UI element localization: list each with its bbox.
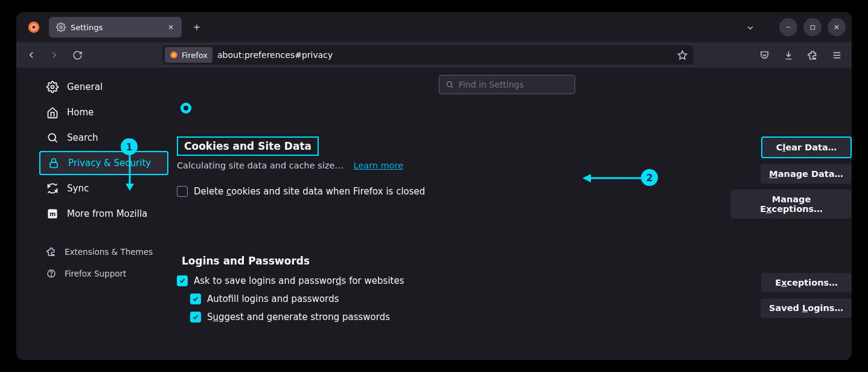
annotation-badge-1: 1 — [121, 138, 138, 155]
svg-point-7 — [51, 86, 54, 89]
svg-point-6 — [172, 53, 176, 57]
logins-exceptions-button[interactable]: Exceptions… — [761, 273, 852, 292]
clipped-label — [197, 103, 397, 114]
sidebar-item-label: Search — [67, 132, 98, 143]
firefox-logo-icon — [22, 21, 45, 34]
bookmark-star-icon[interactable] — [677, 50, 688, 60]
svg-marker-18 — [582, 174, 591, 182]
checkbox-label: Delete cookies and site data when Firefo… — [194, 186, 425, 197]
svg-point-14 — [447, 82, 452, 86]
checkbox-label: Autofill logins and passwords — [207, 293, 339, 304]
svg-point-2 — [32, 25, 36, 29]
ask-save-logins-checkbox[interactable]: Ask to save logins and passwords for web… — [177, 275, 731, 286]
sidebar-item-label: Home — [67, 107, 94, 118]
tab-settings[interactable]: Settings — [49, 17, 182, 37]
minimize-button[interactable] — [779, 18, 797, 36]
sidebar-item-home[interactable]: Home — [39, 100, 168, 124]
cookies-section: Cookies and Site Data Calculating site d… — [177, 136, 852, 219]
settings-content: General Home Search Privacy & Security S… — [16, 68, 852, 360]
search-input[interactable] — [459, 80, 569, 89]
sidebar-item-label: More from Mozilla — [67, 208, 147, 219]
svg-marker-16 — [126, 184, 134, 191]
svg-point-13 — [51, 275, 51, 276]
svg-rect-9 — [50, 162, 57, 167]
gear-icon — [56, 22, 66, 32]
forward-button[interactable] — [44, 45, 65, 65]
sidebar-item-label: Privacy & Security — [68, 158, 151, 168]
manage-exceptions-button[interactable]: Manage Exceptions… — [731, 190, 852, 219]
suggest-passwords-checkbox[interactable]: Suggest and generate strong passwords — [177, 312, 731, 322]
learn-more-link[interactable]: Learn more — [354, 161, 404, 170]
clear-data-button[interactable]: Clear Data… — [761, 136, 852, 158]
svg-text:m: m — [49, 211, 56, 217]
checkbox-icon[interactable] — [177, 186, 188, 197]
maximize-button[interactable] — [803, 18, 822, 36]
radio-selected-icon[interactable] — [180, 103, 191, 114]
svg-point-3 — [60, 26, 62, 28]
autofill-logins-checkbox[interactable]: Autofill logins and passwords — [177, 293, 731, 304]
sidebar-item-sync[interactable]: Sync — [39, 176, 168, 200]
downloads-icon[interactable] — [778, 45, 799, 65]
annotation-arrow-2 — [582, 173, 643, 184]
checkbox-label: Suggest and generate strong passwords — [207, 312, 390, 322]
tab-strip: Settings — [16, 12, 852, 42]
back-button[interactable] — [21, 45, 42, 65]
reload-button[interactable] — [67, 45, 88, 65]
nav-toolbar: Firefox about:preferences#privacy — [16, 42, 852, 68]
window-controls — [779, 18, 846, 36]
sidebar-item-general[interactable]: General — [39, 75, 168, 99]
url-text: about:preferences#privacy — [217, 50, 333, 60]
new-tab-button[interactable] — [188, 18, 206, 36]
url-identity-box[interactable]: Firefox — [165, 47, 212, 63]
checkbox-icon[interactable] — [177, 275, 188, 286]
checkbox-icon[interactable] — [190, 312, 201, 322]
saved-logins-button[interactable]: Saved Logins… — [761, 298, 852, 318]
extensions-icon[interactable] — [802, 45, 823, 65]
checkbox-icon[interactable] — [190, 293, 201, 304]
url-identity-label: Firefox — [182, 51, 208, 60]
sidebar-item-more-mozilla[interactable]: m More from Mozilla — [39, 202, 168, 226]
annotation-arrow-1 — [124, 155, 136, 192]
annotation-badge-2: 2 — [641, 169, 658, 186]
find-in-settings[interactable] — [439, 75, 575, 94]
settings-main: Cookies and Site Data Calculating site d… — [173, 68, 852, 360]
pocket-icon[interactable] — [754, 45, 774, 65]
url-bar[interactable]: Firefox about:preferences#privacy — [162, 45, 694, 65]
sidebar-item-label: Firefox Support — [65, 269, 126, 278]
settings-sidebar: General Home Search Privacy & Security S… — [16, 68, 173, 360]
tabs-dropdown-icon[interactable] — [745, 23, 755, 33]
logins-heading: Logins and Passwords — [177, 255, 731, 267]
checkbox-label: Ask to save logins and passwords for web… — [194, 275, 404, 286]
svg-rect-4 — [811, 25, 814, 29]
sidebar-item-privacy[interactable]: Privacy & Security — [39, 151, 168, 175]
tab-title: Settings — [71, 23, 103, 32]
manage-data-button[interactable]: Manage Data… — [761, 164, 852, 184]
sidebar-item-search[interactable]: Search — [39, 126, 168, 150]
sidebar-item-label: Extensions & Themes — [65, 247, 153, 257]
sidebar-footer-extensions[interactable]: Extensions & Themes — [39, 242, 168, 262]
delete-cookies-on-close-checkbox[interactable]: Delete cookies and site data when Firefo… — [177, 186, 731, 197]
svg-point-8 — [48, 133, 56, 141]
logins-section: Logins and Passwords Ask to save logins … — [177, 255, 852, 330]
browser-window: Settings Firefox about:preferences#priva — [16, 12, 852, 360]
sidebar-footer-support[interactable]: Firefox Support — [39, 263, 168, 284]
clipped-row — [177, 103, 852, 114]
close-tab-icon[interactable] — [167, 24, 174, 31]
app-menu-icon[interactable] — [826, 45, 847, 65]
sidebar-item-label: General — [67, 82, 103, 92]
close-window-button[interactable] — [828, 18, 846, 36]
cookies-heading-highlight: Cookies and Site Data — [177, 136, 319, 156]
cookies-heading: Cookies and Site Data — [184, 140, 311, 152]
sidebar-item-label: Sync — [67, 183, 89, 194]
